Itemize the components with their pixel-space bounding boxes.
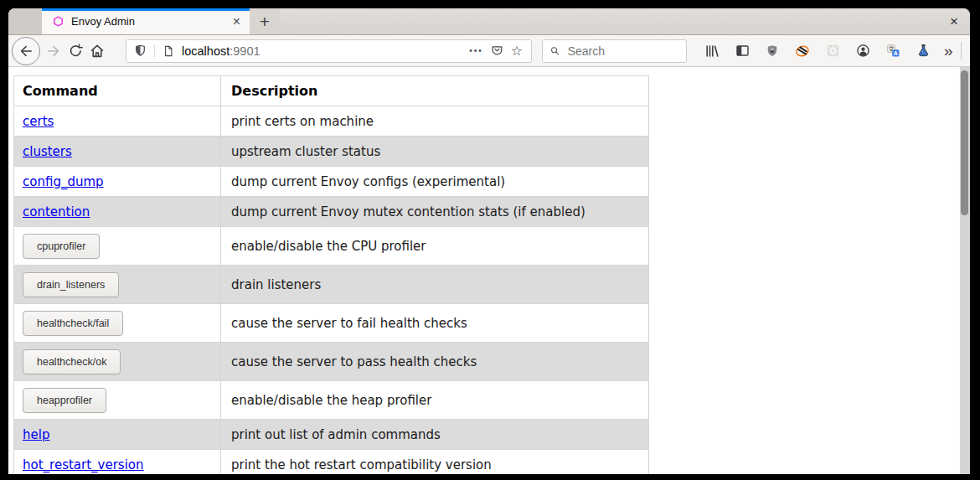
url-bar[interactable]: localhost:9901 ••• ☆ [126, 39, 532, 63]
table-row: clustersupstream cluster status [14, 137, 649, 167]
refresh-button[interactable] [64, 40, 86, 62]
description-cell: print the hot restart compatibility vers… [221, 450, 649, 475]
overflow-chevron-icon[interactable]: » [942, 43, 955, 59]
url-port: :9901 [230, 44, 260, 58]
home-button[interactable] [86, 40, 108, 62]
command-cell: certs [14, 106, 221, 137]
extension-disabled-icon [825, 43, 841, 59]
description-cell: print out list of admin commands [221, 420, 649, 450]
window-close-button[interactable]: × [950, 14, 958, 28]
description-cell: dump current Envoy configs (experimental… [221, 167, 649, 197]
command-cell: healthcheck/ok [14, 343, 221, 381]
search-bar[interactable] [542, 39, 687, 63]
command-button-cpuprofiler[interactable]: cpuprofiler [23, 234, 100, 259]
forward-button[interactable] [43, 40, 64, 62]
containers-flask-icon [916, 43, 931, 59]
table-row: cpuprofilerenable/disable the CPU profil… [14, 227, 649, 266]
library-button[interactable] [701, 40, 723, 62]
bookmark-star-icon[interactable]: ☆ [511, 44, 523, 58]
command-table-body: certsprint certs on machineclustersupstr… [14, 106, 649, 475]
command-link-contention[interactable]: contention [23, 204, 90, 219]
command-link-config-dump[interactable]: config_dump [23, 174, 104, 189]
pocket-icon[interactable] [490, 44, 504, 58]
command-cell: contention [14, 197, 221, 227]
containers-button[interactable] [912, 40, 934, 62]
page-content: CommandDescription certsprint certs on m… [8, 67, 970, 474]
description-cell: cause the server to pass health checks [221, 343, 649, 381]
description-cell: enable/disable the heap profiler [221, 381, 649, 420]
command-button-drain-listeners[interactable]: drain_listeners [23, 272, 119, 297]
command-button-heapprofiler[interactable]: heapprofiler [23, 388, 106, 413]
table-header-row: CommandDescription [14, 76, 649, 106]
envoy-hexagon-icon [52, 15, 64, 28]
disabled-extension-button[interactable] [822, 40, 843, 62]
column-header-description: Description [221, 76, 649, 106]
back-button[interactable] [12, 37, 40, 65]
account-button[interactable] [852, 40, 874, 62]
table-row: healthcheck/okcause the server to pass h… [14, 343, 649, 381]
command-cell: clusters [14, 137, 221, 167]
command-cell: help [14, 420, 221, 450]
tracking-protection-shield-icon[interactable] [133, 44, 147, 58]
description-cell: drain listeners [221, 266, 649, 304]
translate-icon: A [885, 43, 901, 59]
tab-bar: Envoy Admin × + × [8, 8, 970, 35]
command-cell: cpuprofiler [14, 227, 221, 266]
command-cell: hot_restart_version [14, 450, 221, 475]
translate-button[interactable]: A [882, 40, 904, 62]
command-link-help[interactable]: help [23, 427, 49, 442]
description-cell: print certs on machine [221, 106, 649, 137]
menu-button[interactable] [967, 40, 970, 62]
table-row: config_dumpdump current Envoy configs (e… [14, 167, 649, 197]
command-cell: heapprofiler [14, 381, 221, 420]
urlbar-divider [154, 44, 155, 58]
command-cell: drain_listeners [14, 266, 221, 304]
description-cell: cause the server to fail health checks [221, 304, 649, 343]
new-tab-button[interactable]: + [250, 8, 280, 34]
command-link-clusters[interactable]: clusters [23, 144, 72, 159]
tab-envoy-admin[interactable]: Envoy Admin × [42, 8, 250, 34]
command-link-hot-restart-version[interactable]: hot_restart_version [23, 457, 144, 472]
description-cell: upstream cluster status [221, 137, 649, 167]
library-icon [704, 43, 720, 59]
url-text[interactable]: localhost:9901 [182, 44, 462, 58]
command-cell: healthcheck/fail [14, 304, 221, 343]
search-icon [549, 44, 560, 57]
admin-commands-table: CommandDescription certsprint certs on m… [13, 75, 649, 474]
refresh-icon [68, 43, 84, 59]
description-cell: dump current Envoy mutex contention stat… [221, 197, 649, 227]
shield-lock-extension-button[interactable] [761, 40, 783, 62]
search-input[interactable] [566, 44, 679, 59]
tabbar-drag-space [8, 8, 42, 34]
privacy-badger-icon [794, 43, 811, 59]
privacy-badger-button[interactable] [792, 40, 813, 62]
table-row: heapprofilerenable/disable the heap prof… [14, 381, 649, 420]
table-row: healthcheck/failcause the server to fail… [14, 304, 649, 343]
page-info-icon[interactable] [162, 44, 175, 58]
page-scrollbar[interactable] [960, 67, 970, 474]
table-row: hot_restart_versionprint the hot restart… [14, 450, 649, 475]
browser-window: Envoy Admin × + × localhost:9901 ••• ☆ [8, 8, 970, 474]
toolbar-icons: A » [701, 40, 955, 62]
shield-lock-icon [765, 44, 780, 59]
command-button-healthcheck-ok[interactable]: healthcheck/ok [23, 349, 121, 374]
table-row: drain_listenersdrain listeners [14, 266, 649, 304]
screenshot-stage: Envoy Admin × + × localhost:9901 ••• ☆ [0, 0, 980, 480]
active-tab-indicator [42, 8, 250, 11]
command-link-certs[interactable]: certs [23, 114, 54, 129]
scrollbar-thumb[interactable] [961, 70, 968, 215]
command-cell: config_dump [14, 167, 221, 197]
description-cell: enable/disable the CPU profiler [221, 227, 649, 266]
table-row: contentiondump current Envoy mutex conte… [14, 197, 649, 227]
column-header-command: Command [14, 76, 221, 106]
svg-text:A: A [893, 50, 897, 56]
table-row: helpprint out list of admin commands [14, 420, 649, 450]
sidebar-button[interactable] [731, 40, 753, 62]
sidebar-icon [735, 43, 750, 59]
command-button-healthcheck-fail[interactable]: healthcheck/fail [23, 311, 123, 336]
toolbar-separator [961, 42, 962, 60]
navigation-toolbar: localhost:9901 ••• ☆ [8, 35, 970, 67]
page-actions-icon[interactable]: ••• [469, 46, 483, 55]
tab-close-icon[interactable]: × [230, 15, 243, 28]
tab-title: Envoy Admin [71, 15, 224, 28]
